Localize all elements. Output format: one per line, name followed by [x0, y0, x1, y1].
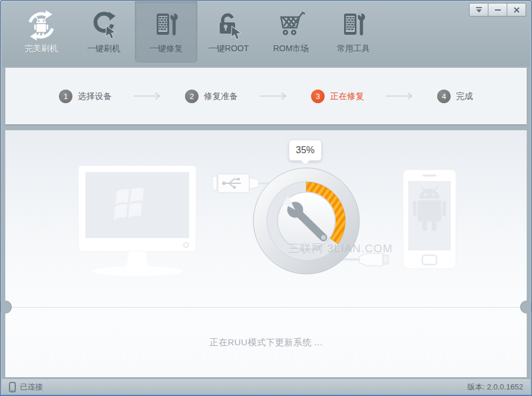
minimize-button[interactable]: [488, 3, 507, 16]
version-label: 版本: 2.0.0.1652: [467, 382, 523, 392]
toolbar-label: ROM市场: [273, 44, 309, 54]
step-number-badge: 4: [437, 90, 451, 103]
toolbar-label: 一键刷机: [87, 44, 120, 54]
one-key-flash-icon: [89, 11, 118, 40]
window-controls: [470, 3, 526, 16]
step-indicator-bar: 1 选择设备 2 修复准备 3 正在修复 4 完成: [5, 68, 527, 124]
toolbar-label: 完美刷机: [25, 44, 58, 54]
minimize-icon: [494, 6, 501, 14]
repair-stage: 35% 三联网 3LIAN.COM: [5, 130, 527, 307]
close-button[interactable]: [507, 3, 526, 16]
arrow-right-icon: [259, 92, 290, 100]
step-select-device: 1 选择设备: [59, 90, 112, 103]
toolbar-item-rom-market[interactable]: ROM市场: [260, 1, 322, 62]
progress-percent: 35%: [296, 145, 315, 156]
close-icon: [513, 6, 520, 14]
progress-percent-balloon: 35%: [289, 140, 322, 161]
main-panel: 35% 三联网 3LIAN.COM 正在RUU模式下更新系统 ...: [5, 130, 527, 377]
toolbar-item-app-logo[interactable]: 完美刷机: [10, 1, 72, 62]
android-phone-icon: [402, 169, 457, 269]
toolbar-label: 一键ROOT: [209, 44, 249, 54]
arrow-right-icon: [385, 92, 416, 100]
toolbar-item-common-tools[interactable]: 常用工具: [322, 1, 385, 62]
step-number-badge: 3: [311, 90, 325, 103]
toolbar-label: 常用工具: [337, 44, 370, 54]
toolbar-item-one-key-root[interactable]: 一键ROOT: [197, 1, 260, 62]
computer-monitor-icon: [77, 164, 201, 278]
app-window: 完美刷机 一键刷机: [0, 0, 532, 396]
watermark-text: 三联网 3LIAN.COM: [288, 241, 393, 256]
rom-market-cart-icon: [276, 11, 306, 40]
step-number-badge: 1: [59, 90, 72, 103]
repair-progress-dial: [252, 167, 361, 275]
phone-connected-icon: [9, 382, 16, 392]
connection-status: 已连接: [9, 382, 43, 392]
toolbar-item-one-key-repair[interactable]: 一键修复: [135, 1, 197, 62]
common-tools-icon: [339, 11, 368, 40]
toolbar-label: 一键修复: [150, 44, 183, 54]
status-message: 正在RUU模式下更新系统 ...: [209, 337, 322, 348]
step-number-badge: 2: [185, 90, 199, 103]
step-repair-prepare: 2 修复准备: [185, 90, 238, 103]
chevron-down-icon: [475, 6, 483, 14]
step-finish: 4 完成: [437, 90, 473, 103]
one-key-root-icon: [214, 11, 243, 40]
status-message-area: 正在RUU模式下更新系统 ...: [5, 308, 527, 377]
skin-menu-button[interactable]: [469, 3, 488, 16]
main-toolbar: 完美刷机 一键刷机: [2, 1, 530, 67]
connection-status-label: 已连接: [20, 382, 43, 392]
android-refresh-logo-icon: [25, 9, 58, 42]
toolbar-item-one-key-flash[interactable]: 一键刷机: [72, 1, 135, 62]
arrow-right-icon: [133, 92, 164, 100]
status-bar: 已连接 版本: 2.0.0.1652: [2, 378, 530, 395]
one-key-repair-icon: [151, 11, 181, 40]
step-repairing: 3 正在修复: [311, 90, 364, 103]
